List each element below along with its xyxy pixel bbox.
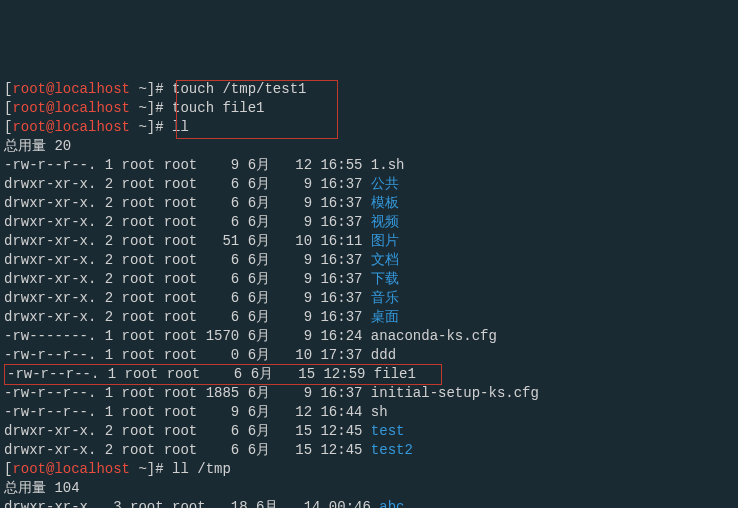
file-name: 公共 — [371, 176, 399, 192]
file-name: 下载 — [371, 271, 399, 287]
file-name: 图片 — [371, 233, 399, 249]
prompt-line: [root@localhost ~]# touch file1 — [4, 99, 734, 118]
prompt-line: [root@localhost ~]# touch /tmp/test1 — [4, 80, 734, 99]
command-text: ll — [172, 119, 189, 135]
prompt-line: [root@localhost ~]# ll /tmp — [4, 460, 734, 479]
file-row: -rw-------. 1 root root 1570 6月 9 16:24 … — [4, 327, 734, 346]
file-name: 视频 — [371, 214, 399, 230]
file-name: 模板 — [371, 195, 399, 211]
file-name: anaconda-ks.cfg — [371, 328, 497, 344]
file-name: 1.sh — [371, 157, 405, 173]
file-name: test — [371, 423, 405, 439]
file-row: drwxr-xr-x. 3 root root 18 6月 14 00:46 a… — [4, 498, 734, 508]
file-name: 音乐 — [371, 290, 399, 306]
file-row: drwxr-xr-x. 2 root root 6 6月 9 16:37 模板 — [4, 194, 734, 213]
file-row: -rw-r--r--. 1 root root 9 6月 12 16:44 sh — [4, 403, 734, 422]
highlight-box-file1: -rw-r--r--. 1 root root 6 6月 15 12:59 fi… — [4, 364, 442, 385]
file-name: ddd — [371, 347, 396, 363]
file-row: drwxr-xr-x. 2 root root 6 6月 9 16:37 下载 — [4, 270, 734, 289]
terminal-output[interactable]: [root@localhost ~]# touch /tmp/test1[roo… — [4, 80, 734, 508]
file-row: -rw-r--r--. 1 root root 9 6月 12 16:55 1.… — [4, 156, 734, 175]
file-name: sh — [371, 404, 388, 420]
file-name: 桌面 — [371, 309, 399, 325]
command-text: touch /tmp/test1 — [172, 81, 306, 97]
file-row: drwxr-xr-x. 2 root root 6 6月 15 12:45 te… — [4, 441, 734, 460]
file-row: drwxr-xr-x. 2 root root 6 6月 9 16:37 视频 — [4, 213, 734, 232]
file-row: drwxr-xr-x. 2 root root 6 6月 9 16:37 音乐 — [4, 289, 734, 308]
total-line: 总用量 104 — [4, 479, 734, 498]
command-text: ll /tmp — [172, 461, 231, 477]
file-row: drwxr-xr-x. 2 root root 6 6月 9 16:37 桌面 — [4, 308, 734, 327]
file-name: abc — [379, 499, 404, 508]
file-row: -rw-r--r--. 1 root root 1885 6月 9 16:37 … — [4, 384, 734, 403]
file-name: file1 — [374, 366, 416, 382]
file-name: test2 — [371, 442, 413, 458]
command-text: touch file1 — [172, 100, 264, 116]
file-name: 文档 — [371, 252, 399, 268]
prompt-line: [root@localhost ~]# ll — [4, 118, 734, 137]
file-row: drwxr-xr-x. 2 root root 51 6月 10 16:11 图… — [4, 232, 734, 251]
file-row: drwxr-xr-x. 2 root root 6 6月 9 16:37 文档 — [4, 251, 734, 270]
file-row: -rw-r--r--. 1 root root 0 6月 10 17:37 dd… — [4, 346, 734, 365]
file-row: drwxr-xr-x. 2 root root 6 6月 15 12:45 te… — [4, 422, 734, 441]
total-line: 总用量 20 — [4, 137, 734, 156]
file-name: initial-setup-ks.cfg — [371, 385, 539, 401]
file-row: drwxr-xr-x. 2 root root 6 6月 9 16:37 公共 — [4, 175, 734, 194]
